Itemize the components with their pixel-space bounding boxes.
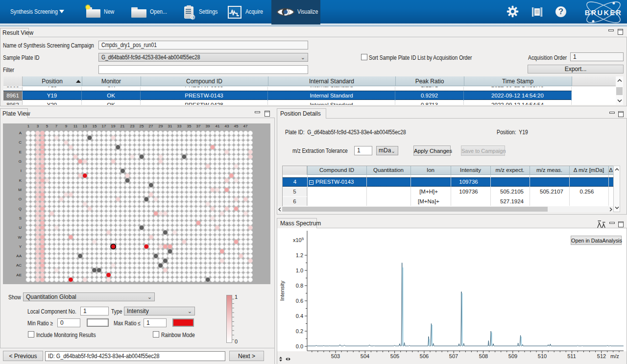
svg-text:BRUKER: BRUKER <box>585 9 622 17</box>
